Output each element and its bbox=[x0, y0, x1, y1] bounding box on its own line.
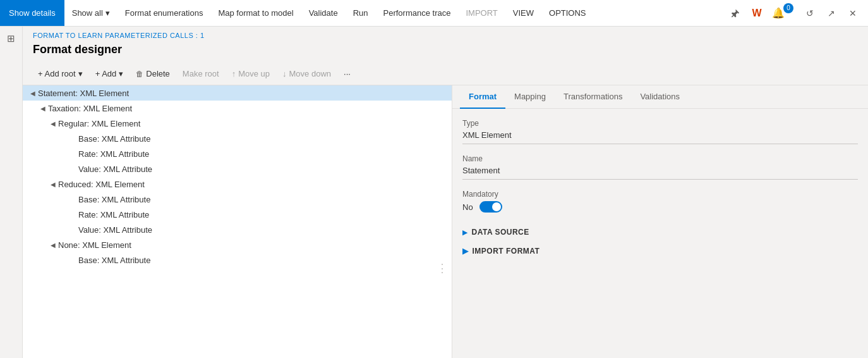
import-format-section[interactable]: ▶ IMPORT FORMAT bbox=[462, 242, 858, 261]
pin-icon[interactable] bbox=[726, 4, 744, 22]
show-all-button[interactable]: Show all ▾ bbox=[64, 0, 118, 26]
view-button[interactable]: VIEW bbox=[505, 0, 541, 26]
tree-row[interactable]: Base: XML Attribute bbox=[23, 252, 452, 268]
add-label: + Add bbox=[95, 69, 117, 78]
properties-content: Type XML Element Name Statement Mandator… bbox=[452, 109, 868, 358]
tree-row[interactable]: ◀ Regular: XML Element bbox=[23, 116, 452, 131]
tab-format[interactable]: Format bbox=[460, 85, 505, 109]
type-label: Type bbox=[462, 119, 858, 128]
filter-icon[interactable]: ⊞ bbox=[7, 33, 15, 44]
show-details-button[interactable]: Show details bbox=[0, 0, 64, 26]
make-root-button[interactable]: Make root bbox=[178, 66, 224, 81]
mandatory-toggle[interactable] bbox=[479, 201, 502, 213]
close-icon[interactable]: ✕ bbox=[844, 4, 862, 22]
move-down-label: Move down bbox=[289, 69, 331, 78]
properties-panel: Format Mapping Transformations Validatio… bbox=[452, 85, 868, 358]
arrow-up-icon: ↑ bbox=[232, 69, 236, 78]
tree-item-label: Base: XML Attribute bbox=[78, 256, 452, 265]
tree-item-label: None: XML Element bbox=[58, 240, 452, 250]
mandatory-no-text: No bbox=[462, 202, 473, 212]
validate-button[interactable]: Validate bbox=[301, 0, 346, 26]
tree-spacer bbox=[68, 225, 78, 235]
format-enumerations-button[interactable]: Format enumerations bbox=[118, 0, 211, 26]
banner-prefix: FORMAT TO LEARN PARAMETERIZED CALLS : bbox=[33, 32, 200, 39]
type-property: Type XML Element bbox=[462, 119, 858, 144]
tree-row[interactable]: Rate: XML Attribute bbox=[23, 207, 452, 222]
add-root-button[interactable]: + Add root ▾ bbox=[33, 66, 88, 81]
trash-icon: 🗑 bbox=[136, 70, 143, 78]
import-format-label: IMPORT FORMAT bbox=[473, 247, 540, 256]
options-button[interactable]: OPTIONS bbox=[541, 0, 594, 26]
tree-item-label: Taxation: XML Element bbox=[48, 104, 452, 113]
tree-row[interactable]: ◀ None: XML Element bbox=[23, 237, 452, 252]
tree-collapse-icon[interactable]: ◀ bbox=[38, 103, 48, 113]
page-title: Format designer bbox=[23, 42, 868, 63]
tree-row[interactable]: Value: XML Attribute bbox=[23, 222, 452, 237]
tree-collapse-icon[interactable]: ◀ bbox=[48, 179, 58, 189]
add-root-label: + Add root bbox=[38, 69, 76, 78]
tree-collapse-icon[interactable]: ◀ bbox=[48, 240, 58, 250]
top-navigation: Show details Show all ▾ Format enumerati… bbox=[0, 0, 868, 27]
tab-bar: Format Mapping Transformations Validatio… bbox=[452, 85, 868, 109]
add-button[interactable]: + Add ▾ bbox=[90, 66, 129, 81]
tab-mapping[interactable]: Mapping bbox=[505, 85, 555, 109]
toggle-thumb bbox=[492, 202, 501, 211]
refresh-icon[interactable]: ↺ bbox=[801, 4, 819, 22]
arrow-down-icon: ↓ bbox=[282, 69, 287, 78]
delete-label: Delete bbox=[146, 69, 170, 78]
office-icon[interactable]: W bbox=[748, 4, 766, 22]
drag-handle[interactable]: ⋮ bbox=[437, 262, 448, 274]
import-button[interactable]: IMPORT bbox=[458, 0, 505, 26]
type-value[interactable]: XML Element bbox=[462, 130, 858, 144]
chevron-right-icon: ▶ bbox=[462, 229, 468, 236]
delete-button[interactable]: 🗑 Delete bbox=[131, 66, 175, 81]
toolbar: + Add root ▾ + Add ▾ 🗑 Delete Make root … bbox=[23, 63, 868, 85]
make-root-label: Make root bbox=[183, 69, 219, 78]
map-format-to-model-button[interactable]: Map format to model bbox=[210, 0, 301, 26]
tree-row[interactable]: ◀ Statement: XML Element bbox=[23, 85, 452, 101]
tree-spacer bbox=[68, 209, 78, 219]
tree-collapse-icon[interactable]: ◀ bbox=[48, 118, 58, 128]
tree-spacer bbox=[68, 149, 78, 159]
banner: FORMAT TO LEARN PARAMETERIZED CALLS : 1 bbox=[23, 27, 868, 42]
tab-transformations[interactable]: Transformations bbox=[555, 85, 631, 109]
tree-spacer bbox=[68, 194, 78, 204]
tree-row[interactable]: Base: XML Attribute bbox=[23, 131, 452, 146]
mandatory-property: Mandatory No bbox=[462, 190, 858, 213]
name-property: Name Statement bbox=[462, 154, 858, 180]
move-up-button[interactable]: ↑ Move up bbox=[227, 66, 275, 81]
more-icon: ··· bbox=[344, 69, 351, 78]
tree-row[interactable]: ◀ Reduced: XML Element bbox=[23, 176, 452, 192]
run-button[interactable]: Run bbox=[346, 0, 376, 26]
tab-validations[interactable]: Validations bbox=[631, 85, 689, 109]
move-up-label: Move up bbox=[238, 69, 270, 78]
tree-row[interactable]: ◀ Taxation: XML Element bbox=[23, 101, 452, 116]
tree-collapse-icon[interactable]: ◀ bbox=[28, 88, 38, 98]
import-icon: ▶ bbox=[462, 247, 469, 256]
performance-trace-button[interactable]: Performance trace bbox=[376, 0, 459, 26]
data-source-section[interactable]: ▶ DATA SOURCE bbox=[462, 223, 858, 242]
chevron-down-icon: ▾ bbox=[105, 8, 110, 18]
tree-item-label: Rate: XML Attribute bbox=[78, 149, 452, 159]
tree-item-label: Rate: XML Attribute bbox=[78, 210, 452, 219]
move-down-button[interactable]: ↓ Move down bbox=[277, 66, 336, 81]
filter-sidebar: ⊞ bbox=[0, 27, 23, 358]
chevron-down-icon: ▾ bbox=[119, 69, 123, 78]
tree-spacer bbox=[68, 164, 78, 174]
split-view: ◀ Statement: XML Element ◀ Taxation: XML… bbox=[23, 85, 868, 358]
tree-item-label: Statement: XML Element bbox=[38, 89, 452, 98]
notification-badge: 0 bbox=[783, 3, 793, 13]
tree-item-label: Value: XML Attribute bbox=[78, 164, 452, 174]
notification-area: 🔔 0 bbox=[769, 4, 797, 22]
name-value[interactable]: Statement bbox=[462, 166, 858, 180]
mandatory-toggle-row: No bbox=[462, 201, 858, 213]
banner-count: 1 bbox=[200, 32, 205, 39]
tree-row[interactable]: Rate: XML Attribute bbox=[23, 146, 452, 161]
tree-row[interactable]: Base: XML Attribute bbox=[23, 192, 452, 207]
tree-row[interactable]: Value: XML Attribute bbox=[23, 161, 452, 176]
tree-item-label: Regular: XML Element bbox=[58, 119, 452, 128]
more-button[interactable]: ··· bbox=[339, 66, 356, 81]
tree-item-label: Base: XML Attribute bbox=[78, 134, 452, 144]
open-external-icon[interactable]: ↗ bbox=[823, 4, 840, 22]
tree-item-label: Reduced: XML Element bbox=[58, 180, 452, 189]
